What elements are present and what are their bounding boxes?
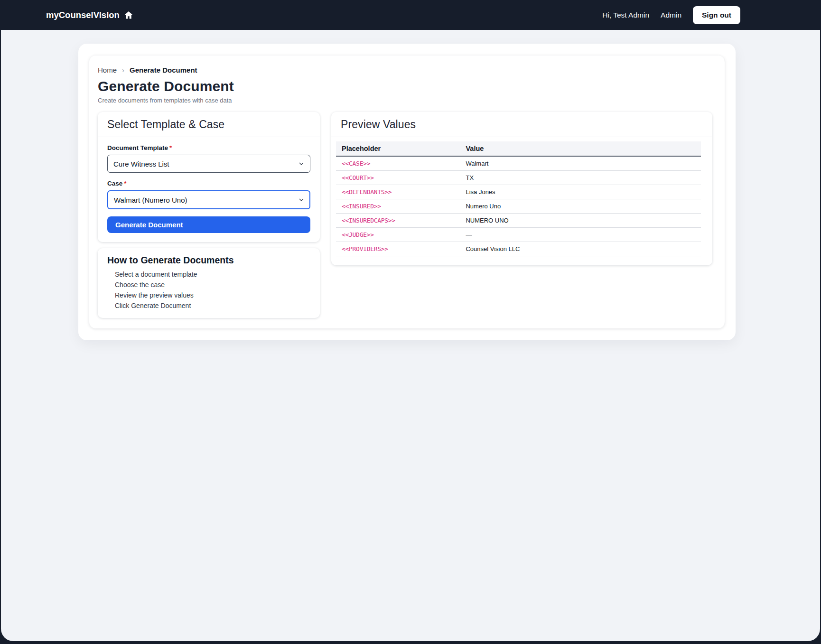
col-header-value: Value xyxy=(460,141,701,156)
select-template-card-body: Document Template* Cure Witness List xyxy=(98,137,320,242)
home-icon xyxy=(124,10,133,20)
content-columns: Select Template & Case Document Template… xyxy=(98,112,712,318)
document-template-select[interactable]: Cure Witness List xyxy=(107,155,310,173)
placeholder-cell: <<CASE>> xyxy=(336,156,460,171)
value-cell: Lisa Jones xyxy=(460,185,701,199)
value-cell: — xyxy=(460,228,701,242)
preview-values-card: Preview Values Placeholder Value xyxy=(331,112,712,265)
table-header-row: Placeholder Value xyxy=(336,141,701,156)
right-column: Preview Values Placeholder Value xyxy=(331,112,712,265)
breadcrumb-current: Generate Document xyxy=(130,66,197,74)
howto-card: How to Generate Documents Select a docum… xyxy=(98,248,320,318)
table-row: <<INSURED>>Numero Uno xyxy=(336,199,701,214)
page-subtitle: Create documents from templates with cas… xyxy=(98,97,712,104)
placeholder-cell: <<INSUREDCAPS>> xyxy=(336,214,460,228)
placeholder-cell: <<COURT>> xyxy=(336,171,460,185)
value-cell: NUMERO UNO xyxy=(460,214,701,228)
table-row: <<CASE>>Walmart xyxy=(336,156,701,171)
document-template-label: Document Template* xyxy=(107,144,310,151)
navbar-right: Hi, Test Admin Admin Sign out xyxy=(602,6,740,24)
brand-link[interactable]: myCounselVision xyxy=(46,10,133,20)
howto-step: Click Generate Document xyxy=(115,301,310,310)
placeholder-cell: <<DEFENDANTS>> xyxy=(336,185,460,199)
placeholder-cell: <<INSURED>> xyxy=(336,199,460,214)
preview-table-wrap: Placeholder Value <<CASE>>Walmart<<COURT… xyxy=(331,137,712,265)
preview-values-heading: Preview Values xyxy=(341,118,703,131)
placeholder-cell: <<JUDGE>> xyxy=(336,228,460,242)
navbar: myCounselVision Hi, Test Admin Admin Sig… xyxy=(0,0,821,30)
value-cell: TX xyxy=(460,171,701,185)
page-title: Generate Document xyxy=(98,78,712,94)
howto-step: Review the preview values xyxy=(115,291,310,299)
page-background: Home › Generate Document Generate Docume… xyxy=(1,30,820,641)
user-greeting: Hi, Test Admin xyxy=(602,11,649,19)
signout-button[interactable]: Sign out xyxy=(693,6,740,24)
howto-steps: Select a document templateChoose the cas… xyxy=(115,270,310,310)
brand-label: myCounselVision xyxy=(46,10,120,20)
generate-document-button[interactable]: Generate Document xyxy=(107,216,310,233)
placeholder-cell: <<PROVIDERS>> xyxy=(336,242,460,256)
breadcrumb-home-link[interactable]: Home xyxy=(98,66,117,74)
case-select[interactable]: Walmart (Numero Uno) xyxy=(107,190,310,209)
select-template-heading: Select Template & Case xyxy=(107,118,310,131)
select-template-card: Select Template & Case Document Template… xyxy=(98,112,320,242)
howto-step: Choose the case xyxy=(115,280,310,289)
select-template-card-header: Select Template & Case xyxy=(98,112,320,137)
required-mark: * xyxy=(124,180,126,187)
howto-heading: How to Generate Documents xyxy=(107,255,310,266)
required-mark: * xyxy=(169,144,172,151)
table-row: <<COURT>>TX xyxy=(336,171,701,185)
preview-table: Placeholder Value <<CASE>>Walmart<<COURT… xyxy=(336,141,701,256)
case-label: Case* xyxy=(107,180,310,187)
col-header-placeholder: Placeholder xyxy=(336,141,460,156)
table-row: <<JUDGE>>— xyxy=(336,228,701,242)
value-cell: Counsel Vision LLC xyxy=(460,242,701,256)
content-panel: Home › Generate Document Generate Docume… xyxy=(78,44,736,340)
case-select-wrap: Walmart (Numero Uno) xyxy=(107,190,310,209)
table-row: <<PROVIDERS>>Counsel Vision LLC xyxy=(336,242,701,256)
admin-link[interactable]: Admin xyxy=(661,11,681,19)
breadcrumb-separator-icon: › xyxy=(122,66,124,74)
howto-card-body: How to Generate Documents Select a docum… xyxy=(98,248,320,318)
document-template-select-wrap: Cure Witness List xyxy=(107,155,310,173)
howto-step: Select a document template xyxy=(115,270,310,279)
table-row: <<INSUREDCAPS>>NUMERO UNO xyxy=(336,214,701,228)
generate-document-panel: Home › Generate Document Generate Docume… xyxy=(89,56,725,328)
value-cell: Numero Uno xyxy=(460,199,701,214)
left-column: Select Template & Case Document Template… xyxy=(98,112,320,318)
value-cell: Walmart xyxy=(460,156,701,171)
breadcrumb: Home › Generate Document xyxy=(98,66,712,74)
preview-values-card-header: Preview Values xyxy=(331,112,712,137)
table-row: <<DEFENDANTS>>Lisa Jones xyxy=(336,185,701,199)
